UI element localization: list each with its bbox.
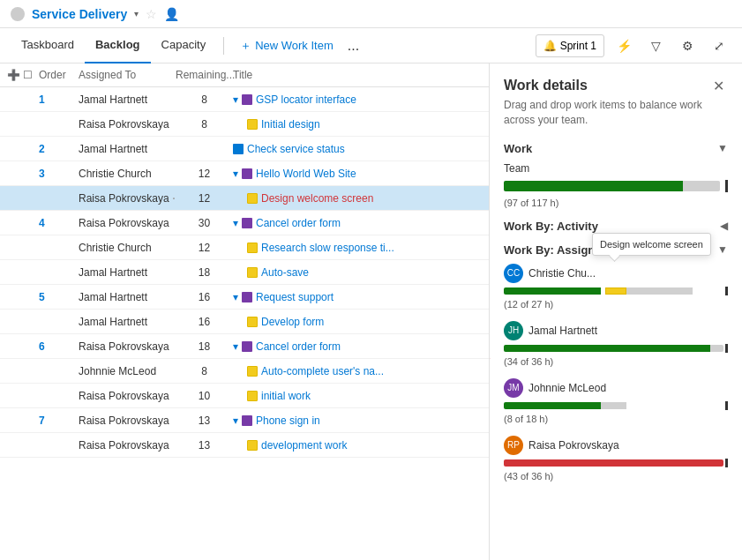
collapse-icon[interactable]: ▾ [233, 340, 238, 353]
work-section-title: Work [504, 142, 532, 155]
christie-bar-green [504, 287, 601, 295]
settings-icon[interactable]: ⚙ [675, 34, 700, 58]
remaining-cell: 8 [176, 365, 233, 377]
favorite-icon[interactable]: ☆ [146, 7, 157, 21]
title-cell[interactable]: Check service status [233, 143, 482, 155]
title-cell[interactable]: ▾ GSP locator interface [233, 93, 482, 106]
assigned-cell: Christie Church [79, 242, 176, 254]
christie-bar-gray [626, 287, 693, 295]
assigned-cell: Raisa Pokrovskaya [79, 439, 176, 452]
people-icon[interactable]: 👤 [164, 7, 179, 21]
table-row: 2 Jamal Hartnett Check service status [0, 137, 489, 161]
title-cell[interactable]: initial work [233, 390, 482, 402]
raisa-caption: (43 of 36 h) [504, 471, 553, 482]
remaining-cell: 12 [176, 242, 233, 254]
table-row: Raisa Pokrovskaya 8 Initial design [0, 112, 489, 137]
raisa-bar-red [504, 459, 723, 467]
task-icon [247, 193, 258, 204]
col-assigned: Assigned To [79, 69, 176, 81]
work-section-toggle[interactable]: ▼ [717, 142, 728, 154]
task-icon [247, 119, 258, 130]
table-row: 3 Christie Church 12 ▾ Hello World Web S… [0, 161, 489, 186]
filter-icon[interactable]: ▽ [643, 34, 668, 58]
assigned-cell: Jamal Hartnett [79, 93, 176, 106]
close-panel-button[interactable]: ✕ [709, 78, 728, 94]
task-icon [247, 317, 258, 327]
title-text: Request support [256, 291, 334, 303]
title-cell[interactable]: Initial design [233, 118, 482, 131]
user-avatar [11, 7, 25, 21]
collapse-icon[interactable]: ▾ [233, 217, 238, 229]
plus-icon: ＋ [240, 38, 251, 54]
collapse-icon[interactable]: ▾ [233, 93, 238, 106]
title-text: Research slow response ti... [261, 242, 394, 254]
work-activity-toggle[interactable]: ◀ [720, 220, 728, 232]
work-section: Work ▼ Team (97 of 117 h) [504, 142, 728, 209]
title-text: development work [261, 439, 347, 452]
assignee-row-jamal: JH Jamal Hartnett (34 of 36 h) [504, 321, 728, 368]
col-title: Title [233, 69, 482, 81]
table-row: Raisa Pokrovskaya 13 development work [0, 433, 489, 458]
tab-taskboard[interactable]: Taskboard [11, 28, 85, 63]
title-cell[interactable]: Auto-complete user's na... [233, 365, 482, 377]
tab-backlog[interactable]: Backlog [85, 28, 151, 63]
title-cell[interactable]: Research slow response ti... [233, 242, 482, 254]
task-icon [247, 440, 258, 451]
assignee-row-johnnie: JM Johnnie McLeod (8 of 18 h) [504, 378, 728, 425]
table-row: Johnnie McLeod 8 Auto-complete user's na… [0, 359, 489, 384]
johnnie-bar-marker [725, 401, 728, 410]
title-cell[interactable]: ▾ Cancel order form [233, 340, 482, 353]
title-cell[interactable]: development work [233, 439, 482, 452]
filter-settings-icon[interactable]: ⚡ [611, 34, 636, 58]
collapse-icon[interactable]: ▾ [233, 291, 238, 303]
tab-capacity[interactable]: Capacity [151, 28, 217, 63]
assigned-cell: Raisa Pokrovskaya ··· [79, 190, 176, 206]
remaining-cell: 12 [176, 192, 233, 205]
assigned-cell: Jamal Hartnett [79, 316, 176, 328]
title-cell[interactable]: ▾ Request support [233, 291, 482, 303]
johnnie-bar-gray [601, 402, 627, 409]
more-options-button[interactable]: ... [342, 34, 364, 58]
remaining-cell: 30 [176, 217, 233, 229]
title-cell[interactable]: ▾ Hello World Web Site [233, 168, 482, 180]
title-text: Cancel order form [256, 217, 341, 229]
remaining-cell: 12 [176, 168, 233, 180]
sprint-selector[interactable]: 🔔 Sprint 1 [536, 34, 604, 57]
assignee-name-johnnie: Johnnie McLeod [528, 382, 606, 394]
col-order: Order [39, 69, 79, 81]
table-row: 6 Raisa Pokrovskaya 18 ▾ Cancel order fo… [0, 334, 489, 359]
feature-icon [242, 415, 252, 426]
work-assigned-title: Work By: Assigned To [504, 243, 625, 257]
title-cell[interactable]: ▾ Phone sign in [233, 414, 482, 427]
work-assigned-toggle[interactable]: ▼ [717, 243, 728, 256]
work-assigned-section: Work By: Assigned To ▼ CC Christie Chu..… [504, 243, 728, 482]
remaining-cell: 18 [176, 266, 233, 279]
project-chevron-icon[interactable]: ▾ [134, 9, 139, 19]
order-cell: 2 [39, 143, 79, 155]
assigned-cell: Raisa Pokrovskaya [79, 118, 176, 131]
title-cell[interactable]: ▾ Cancel order form [233, 217, 482, 229]
assigned-cell: Raisa Pokrovskaya [79, 414, 176, 427]
remaining-cell: 16 [176, 316, 233, 328]
title-cell[interactable]: Develop form [233, 316, 482, 328]
assigned-cell: Johnnie McLeod [79, 365, 176, 377]
work-activity-title: Work By: Activity [504, 220, 598, 233]
task-icon [247, 243, 258, 253]
title-text: Auto-save [261, 266, 309, 279]
title-cell[interactable]: Auto-save [233, 266, 482, 279]
collapse-icon[interactable]: ▾ [233, 414, 238, 427]
title-text: Auto-complete user's na... [261, 365, 384, 377]
task-icon [247, 391, 258, 401]
title-text: GSP locator interface [256, 93, 356, 106]
table-row: Raisa Pokrovskaya ··· 12 Design welcome … [0, 186, 489, 211]
title-cell[interactable]: Design welcome screen [233, 192, 482, 205]
title-text: Check service status [247, 143, 345, 155]
remaining-cell: 10 [176, 390, 233, 402]
table-row: 1 Jamal Hartnett 8 ▾ GSP locator interfa… [0, 87, 489, 112]
team-bar-filled [504, 181, 683, 191]
jamal-bar-marker [725, 344, 728, 353]
new-work-item-button[interactable]: ＋ New Work Item [231, 34, 342, 58]
collapse-icon[interactable]: ▾ [233, 168, 238, 180]
expand-icon[interactable]: ⤢ [707, 34, 731, 58]
table-row: 7 Raisa Pokrovskaya 13 ▾ Phone sign in [0, 408, 489, 433]
